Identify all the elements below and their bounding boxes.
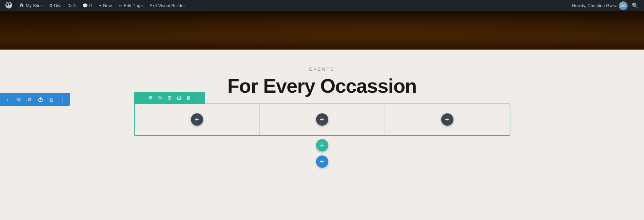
comments-count: 0: [89, 3, 92, 8]
section-label: EVENTS: [7, 67, 637, 72]
row-settings-button[interactable]: ⚙: [146, 93, 155, 102]
three-column-row: + + +: [134, 104, 510, 136]
divi-item[interactable]: D Divi: [47, 0, 64, 11]
updates-item[interactable]: ↻ 3: [65, 0, 78, 11]
avatar[interactable]: CG: [619, 1, 628, 10]
content-area: EVENTS For Every Occassion + ⚙ ⧉ ⊞ ⏻ 🗑 ⋮…: [0, 50, 644, 220]
new-label: New: [103, 3, 112, 8]
edit-page-item[interactable]: ✏ Edit Page: [116, 0, 145, 11]
new-item[interactable]: + New: [96, 0, 114, 11]
row-more-button[interactable]: ⋮: [194, 93, 202, 102]
howdy-text: Howdy, Christina Gwira: [572, 3, 618, 8]
admin-bar-right: Howdy, Christina Gwira CG 🔍: [572, 1, 641, 10]
column-2: +: [259, 104, 385, 135]
section-toggle-button[interactable]: ⏻: [35, 94, 45, 105]
exit-visual-builder-item[interactable]: Exit Visual Builder: [147, 0, 188, 11]
column-1: +: [135, 104, 259, 135]
section-heading: EVENTS For Every Occassion: [7, 67, 637, 97]
my-sites-icon: [19, 2, 24, 9]
row-container: + ⚙ ⧉ ⊞ ⏻ 🗑 ⋮ + + + +: [134, 104, 510, 151]
section-more-button[interactable]: ⋮: [57, 94, 67, 105]
row-copy-button[interactable]: ⧉: [156, 93, 164, 102]
divi-icon: D: [50, 3, 53, 8]
add-module-button-col2[interactable]: +: [316, 113, 328, 126]
updates-icon: ↻: [68, 3, 72, 8]
section-add-button[interactable]: +: [3, 94, 13, 105]
section-delete-button[interactable]: 🗑: [46, 94, 56, 105]
add-module-button-col1[interactable]: +: [191, 113, 203, 126]
column-3: +: [385, 104, 510, 135]
divi-label: Divi: [54, 3, 61, 8]
add-row-button[interactable]: +: [316, 139, 328, 151]
updates-count: 3: [73, 3, 76, 8]
comments-icon: 💬: [82, 3, 88, 8]
my-sites-item[interactable]: My Sites: [16, 0, 45, 11]
hero-area: [0, 11, 644, 50]
exit-visual-builder-label: Exit Visual Builder: [150, 3, 185, 8]
section-settings-button[interactable]: ⚙: [14, 94, 24, 105]
wp-logo-item[interactable]: [3, 0, 15, 11]
section-title: For Every Occassion: [7, 75, 637, 97]
wp-icon: [5, 2, 12, 10]
add-module-button-col3[interactable]: +: [441, 113, 453, 126]
new-icon: +: [98, 3, 101, 9]
admin-bar: My Sites D Divi ↻ 3 💬 0 + New ✏ Edit Pag…: [0, 0, 644, 11]
row-toolbar: + ⚙ ⧉ ⊞ ⏻ 🗑 ⋮: [134, 92, 205, 104]
row-delete-button[interactable]: 🗑: [184, 93, 193, 102]
comments-item[interactable]: 💬 0: [80, 0, 94, 11]
search-icon[interactable]: 🔍: [629, 2, 641, 9]
row-add-button[interactable]: +: [137, 93, 145, 102]
section-copy-button[interactable]: ⧉: [24, 94, 35, 105]
edit-page-label: Edit Page: [124, 3, 143, 8]
my-sites-label: My Sites: [26, 3, 43, 8]
edit-page-icon: ✏: [119, 3, 122, 8]
row-columns-button[interactable]: ⊞: [165, 93, 174, 102]
section-toolbar: + ⚙ ⧉ ⏻ 🗑 ⋮: [0, 93, 70, 106]
row-toggle-button[interactable]: ⏻: [175, 93, 183, 102]
add-section-button[interactable]: +: [316, 155, 328, 168]
